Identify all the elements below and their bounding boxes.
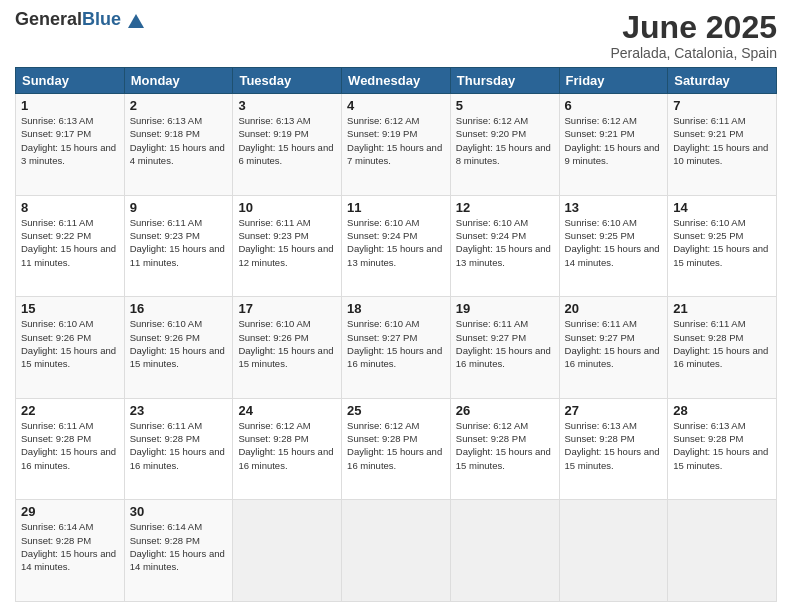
col-monday: Monday bbox=[124, 68, 233, 94]
day-number: 30 bbox=[130, 504, 228, 519]
day-info: Sunrise: 6:11 AMSunset: 9:27 PMDaylight:… bbox=[565, 317, 663, 370]
day-info: Sunrise: 6:13 AMSunset: 9:28 PMDaylight:… bbox=[673, 419, 771, 472]
day-info: Sunrise: 6:10 AMSunset: 9:25 PMDaylight:… bbox=[565, 216, 663, 269]
day-info: Sunrise: 6:10 AMSunset: 9:24 PMDaylight:… bbox=[456, 216, 554, 269]
day-number: 23 bbox=[130, 403, 228, 418]
day-info: Sunrise: 6:11 AMSunset: 9:21 PMDaylight:… bbox=[673, 114, 771, 167]
page: GeneralBlue June 2025 Peralada, Cataloni… bbox=[0, 0, 792, 612]
day-number: 12 bbox=[456, 200, 554, 215]
day-info: Sunrise: 6:11 AMSunset: 9:28 PMDaylight:… bbox=[21, 419, 119, 472]
day-number: 10 bbox=[238, 200, 336, 215]
day-number: 22 bbox=[21, 403, 119, 418]
calendar-cell: 20Sunrise: 6:11 AMSunset: 9:27 PMDayligh… bbox=[559, 297, 668, 399]
day-info: Sunrise: 6:11 AMSunset: 9:27 PMDaylight:… bbox=[456, 317, 554, 370]
week-row-4: 22Sunrise: 6:11 AMSunset: 9:28 PMDayligh… bbox=[16, 398, 777, 500]
col-friday: Friday bbox=[559, 68, 668, 94]
col-sunday: Sunday bbox=[16, 68, 125, 94]
day-number: 5 bbox=[456, 98, 554, 113]
calendar-cell: 29Sunrise: 6:14 AMSunset: 9:28 PMDayligh… bbox=[16, 500, 125, 602]
calendar-cell: 30Sunrise: 6:14 AMSunset: 9:28 PMDayligh… bbox=[124, 500, 233, 602]
calendar-cell: 13Sunrise: 6:10 AMSunset: 9:25 PMDayligh… bbox=[559, 195, 668, 297]
day-info: Sunrise: 6:10 AMSunset: 9:26 PMDaylight:… bbox=[21, 317, 119, 370]
calendar-table: Sunday Monday Tuesday Wednesday Thursday… bbox=[15, 67, 777, 602]
day-number: 13 bbox=[565, 200, 663, 215]
day-number: 8 bbox=[21, 200, 119, 215]
calendar-cell: 6Sunrise: 6:12 AMSunset: 9:21 PMDaylight… bbox=[559, 94, 668, 196]
day-info: Sunrise: 6:10 AMSunset: 9:26 PMDaylight:… bbox=[130, 317, 228, 370]
calendar-cell: 26Sunrise: 6:12 AMSunset: 9:28 PMDayligh… bbox=[450, 398, 559, 500]
day-number: 4 bbox=[347, 98, 445, 113]
day-info: Sunrise: 6:13 AMSunset: 9:28 PMDaylight:… bbox=[565, 419, 663, 472]
day-number: 15 bbox=[21, 301, 119, 316]
day-info: Sunrise: 6:11 AMSunset: 9:23 PMDaylight:… bbox=[130, 216, 228, 269]
calendar-cell bbox=[233, 500, 342, 602]
calendar-cell: 2Sunrise: 6:13 AMSunset: 9:18 PMDaylight… bbox=[124, 94, 233, 196]
week-row-5: 29Sunrise: 6:14 AMSunset: 9:28 PMDayligh… bbox=[16, 500, 777, 602]
day-info: Sunrise: 6:11 AMSunset: 9:22 PMDaylight:… bbox=[21, 216, 119, 269]
day-number: 7 bbox=[673, 98, 771, 113]
title-block: June 2025 Peralada, Catalonia, Spain bbox=[610, 10, 777, 61]
calendar-cell: 9Sunrise: 6:11 AMSunset: 9:23 PMDaylight… bbox=[124, 195, 233, 297]
day-number: 11 bbox=[347, 200, 445, 215]
main-title: June 2025 bbox=[610, 10, 777, 45]
day-info: Sunrise: 6:12 AMSunset: 9:19 PMDaylight:… bbox=[347, 114, 445, 167]
day-info: Sunrise: 6:12 AMSunset: 9:21 PMDaylight:… bbox=[565, 114, 663, 167]
logo-blue: Blue bbox=[82, 9, 121, 29]
day-info: Sunrise: 6:10 AMSunset: 9:27 PMDaylight:… bbox=[347, 317, 445, 370]
subtitle: Peralada, Catalonia, Spain bbox=[610, 45, 777, 61]
calendar-cell: 3Sunrise: 6:13 AMSunset: 9:19 PMDaylight… bbox=[233, 94, 342, 196]
calendar-cell bbox=[342, 500, 451, 602]
calendar-cell: 5Sunrise: 6:12 AMSunset: 9:20 PMDaylight… bbox=[450, 94, 559, 196]
day-info: Sunrise: 6:10 AMSunset: 9:25 PMDaylight:… bbox=[673, 216, 771, 269]
day-info: Sunrise: 6:11 AMSunset: 9:28 PMDaylight:… bbox=[130, 419, 228, 472]
day-info: Sunrise: 6:11 AMSunset: 9:28 PMDaylight:… bbox=[673, 317, 771, 370]
calendar-cell: 12Sunrise: 6:10 AMSunset: 9:24 PMDayligh… bbox=[450, 195, 559, 297]
day-number: 24 bbox=[238, 403, 336, 418]
day-info: Sunrise: 6:13 AMSunset: 9:17 PMDaylight:… bbox=[21, 114, 119, 167]
logo: GeneralBlue bbox=[15, 10, 144, 30]
calendar-cell bbox=[668, 500, 777, 602]
day-number: 14 bbox=[673, 200, 771, 215]
calendar-cell: 23Sunrise: 6:11 AMSunset: 9:28 PMDayligh… bbox=[124, 398, 233, 500]
header-row: Sunday Monday Tuesday Wednesday Thursday… bbox=[16, 68, 777, 94]
calendar-cell: 18Sunrise: 6:10 AMSunset: 9:27 PMDayligh… bbox=[342, 297, 451, 399]
day-number: 19 bbox=[456, 301, 554, 316]
day-number: 20 bbox=[565, 301, 663, 316]
logo-general: General bbox=[15, 9, 82, 29]
calendar-cell: 11Sunrise: 6:10 AMSunset: 9:24 PMDayligh… bbox=[342, 195, 451, 297]
day-info: Sunrise: 6:12 AMSunset: 9:28 PMDaylight:… bbox=[238, 419, 336, 472]
calendar-cell bbox=[450, 500, 559, 602]
calendar-cell: 19Sunrise: 6:11 AMSunset: 9:27 PMDayligh… bbox=[450, 297, 559, 399]
calendar-cell: 8Sunrise: 6:11 AMSunset: 9:22 PMDaylight… bbox=[16, 195, 125, 297]
calendar-cell: 27Sunrise: 6:13 AMSunset: 9:28 PMDayligh… bbox=[559, 398, 668, 500]
day-number: 25 bbox=[347, 403, 445, 418]
day-number: 9 bbox=[130, 200, 228, 215]
day-number: 1 bbox=[21, 98, 119, 113]
calendar-cell: 17Sunrise: 6:10 AMSunset: 9:26 PMDayligh… bbox=[233, 297, 342, 399]
col-thursday: Thursday bbox=[450, 68, 559, 94]
calendar-cell bbox=[559, 500, 668, 602]
day-number: 16 bbox=[130, 301, 228, 316]
calendar-cell: 7Sunrise: 6:11 AMSunset: 9:21 PMDaylight… bbox=[668, 94, 777, 196]
calendar-cell: 22Sunrise: 6:11 AMSunset: 9:28 PMDayligh… bbox=[16, 398, 125, 500]
day-number: 3 bbox=[238, 98, 336, 113]
day-info: Sunrise: 6:12 AMSunset: 9:28 PMDaylight:… bbox=[456, 419, 554, 472]
calendar-cell: 1Sunrise: 6:13 AMSunset: 9:17 PMDaylight… bbox=[16, 94, 125, 196]
col-saturday: Saturday bbox=[668, 68, 777, 94]
calendar-cell: 14Sunrise: 6:10 AMSunset: 9:25 PMDayligh… bbox=[668, 195, 777, 297]
day-info: Sunrise: 6:14 AMSunset: 9:28 PMDaylight:… bbox=[130, 520, 228, 573]
day-info: Sunrise: 6:13 AMSunset: 9:18 PMDaylight:… bbox=[130, 114, 228, 167]
calendar-cell: 15Sunrise: 6:10 AMSunset: 9:26 PMDayligh… bbox=[16, 297, 125, 399]
day-info: Sunrise: 6:12 AMSunset: 9:28 PMDaylight:… bbox=[347, 419, 445, 472]
col-wednesday: Wednesday bbox=[342, 68, 451, 94]
header: GeneralBlue June 2025 Peralada, Cataloni… bbox=[15, 10, 777, 61]
day-number: 28 bbox=[673, 403, 771, 418]
col-tuesday: Tuesday bbox=[233, 68, 342, 94]
calendar-cell: 24Sunrise: 6:12 AMSunset: 9:28 PMDayligh… bbox=[233, 398, 342, 500]
logo-icon bbox=[128, 14, 144, 28]
calendar-cell: 16Sunrise: 6:10 AMSunset: 9:26 PMDayligh… bbox=[124, 297, 233, 399]
day-info: Sunrise: 6:11 AMSunset: 9:23 PMDaylight:… bbox=[238, 216, 336, 269]
day-number: 26 bbox=[456, 403, 554, 418]
day-number: 18 bbox=[347, 301, 445, 316]
calendar-cell: 4Sunrise: 6:12 AMSunset: 9:19 PMDaylight… bbox=[342, 94, 451, 196]
